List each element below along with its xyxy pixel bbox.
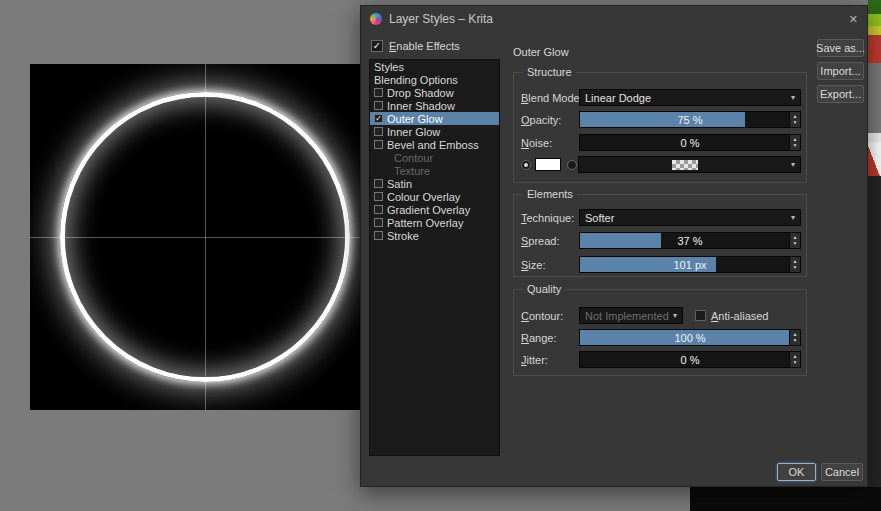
checked-checkbox-icon[interactable]: ✓ bbox=[374, 114, 383, 123]
blend-mode-combo[interactable]: Linear Dodge ▾ bbox=[579, 89, 801, 106]
styles-list-item-styles[interactable]: Styles bbox=[370, 60, 499, 73]
styles-list-item-bevel-and-emboss[interactable]: Bevel and Emboss bbox=[370, 138, 499, 151]
range-slider[interactable]: 100 % ▲ ▼ bbox=[579, 329, 801, 346]
chevron-down-icon: ▾ bbox=[791, 213, 795, 222]
spin-down-icon[interactable]: ▼ bbox=[793, 338, 798, 343]
range-row: Range: 100 % ▲ ▼ bbox=[521, 329, 801, 346]
gradient-fill-radio[interactable] bbox=[567, 160, 577, 170]
canvas-area[interactable] bbox=[30, 64, 361, 410]
styles-list-item-drop-shadow[interactable]: Drop Shadow bbox=[370, 86, 499, 99]
jitter-label: Jitter: bbox=[521, 354, 579, 366]
color-wheel-docker[interactable] bbox=[868, 35, 881, 63]
enable-effects-checkbox[interactable]: ✓ bbox=[371, 40, 383, 52]
ok-button[interactable]: OK bbox=[777, 463, 816, 481]
elements-group: Elements Technique: Softer ▾ Spread: 37 … bbox=[513, 189, 807, 277]
close-icon[interactable]: ✕ bbox=[849, 13, 858, 26]
spin-down-icon[interactable]: ▼ bbox=[793, 241, 798, 246]
spin-buttons[interactable]: ▲ ▼ bbox=[789, 135, 800, 150]
size-row: Size: 101 px ▲ ▼ bbox=[521, 256, 801, 273]
unchecked-checkbox-icon[interactable] bbox=[374, 179, 383, 188]
styles-list-item-gradient-overlay[interactable]: Gradient Overlay bbox=[370, 203, 499, 216]
import-button[interactable]: Import... bbox=[817, 62, 864, 80]
styles-list-item-label: Drop Shadow bbox=[387, 87, 454, 99]
cancel-button[interactable]: Cancel bbox=[821, 463, 863, 481]
styles-list-item-label: Bevel and Emboss bbox=[387, 139, 479, 151]
spin-buttons[interactable]: ▲ ▼ bbox=[789, 257, 800, 272]
anti-aliased-checkbox[interactable] bbox=[695, 310, 706, 321]
styles-list-item-texture: Texture bbox=[370, 164, 499, 177]
panel-title: Outer Glow bbox=[513, 46, 569, 58]
spin-buttons[interactable]: ▲ ▼ bbox=[789, 330, 800, 345]
unchecked-checkbox-icon[interactable] bbox=[374, 101, 383, 110]
contour-combo[interactable]: Not Implemented Yet ▾ bbox=[579, 307, 683, 324]
technique-combo[interactable]: Softer ▾ bbox=[579, 209, 801, 226]
styles-list-item-pattern-overlay[interactable]: Pattern Overlay bbox=[370, 216, 499, 229]
save-as-button[interactable]: Save as... bbox=[817, 39, 864, 57]
size-label: Size: bbox=[521, 259, 579, 271]
chevron-down-icon: ▾ bbox=[791, 93, 795, 102]
spin-buttons[interactable]: ▲ ▼ bbox=[789, 112, 800, 127]
contour-value: Not Implemented Yet bbox=[585, 310, 669, 322]
dialog-titlebar[interactable]: Layer Styles – Krita ✕ bbox=[361, 6, 867, 32]
blend-mode-label: Blend Mode: bbox=[521, 92, 579, 104]
styles-list-item-contour: Contour bbox=[370, 151, 499, 164]
styles-list-item-outer-glow[interactable]: ✓Outer Glow bbox=[370, 112, 499, 125]
spin-down-icon[interactable]: ▼ bbox=[793, 265, 798, 270]
jitter-value: 0 % bbox=[681, 354, 700, 366]
noise-value: 0 % bbox=[681, 137, 700, 149]
unchecked-checkbox-icon[interactable] bbox=[374, 140, 383, 149]
opacity-row: Opacity: 75 % ▲ ▼ bbox=[521, 111, 801, 128]
dialog-title: Layer Styles – Krita bbox=[389, 12, 849, 26]
export-button[interactable]: Export... bbox=[817, 85, 864, 103]
styles-list-item-blending-options[interactable]: Blending Options bbox=[370, 73, 499, 86]
styles-list-item-label: Inner Glow bbox=[387, 126, 440, 138]
styles-list-item-satin[interactable]: Satin bbox=[370, 177, 499, 190]
color-wheel-docker[interactable] bbox=[868, 14, 881, 26]
spin-down-icon[interactable]: ▼ bbox=[793, 120, 798, 125]
unchecked-checkbox-icon[interactable] bbox=[374, 127, 383, 136]
unchecked-checkbox-icon[interactable] bbox=[374, 231, 383, 240]
spin-buttons[interactable]: ▲ ▼ bbox=[789, 352, 800, 367]
styles-list-item-label: Outer Glow bbox=[387, 113, 443, 125]
gradient-preview-swatch bbox=[672, 160, 698, 170]
spread-slider[interactable]: 37 % ▲ ▼ bbox=[579, 232, 801, 249]
styles-list-item-colour-overlay[interactable]: Colour Overlay bbox=[370, 190, 499, 203]
krita-logo-icon bbox=[370, 13, 382, 25]
jitter-row: Jitter: 0 % ▲ ▼ bbox=[521, 351, 801, 368]
blend-mode-row: Blend Mode: Linear Dodge ▾ bbox=[521, 89, 801, 106]
spin-buttons[interactable]: ▲ ▼ bbox=[789, 233, 800, 248]
styles-list-item-label: Contour bbox=[394, 152, 433, 164]
spin-down-icon[interactable]: ▼ bbox=[793, 143, 798, 148]
unchecked-checkbox-icon[interactable] bbox=[374, 88, 383, 97]
styles-list-item-stroke[interactable]: Stroke bbox=[370, 229, 499, 242]
unchecked-checkbox-icon[interactable] bbox=[374, 205, 383, 214]
unchecked-checkbox-icon[interactable] bbox=[374, 192, 383, 201]
bottom-panel-edge bbox=[690, 487, 881, 511]
styles-list-item-label: Blending Options bbox=[374, 74, 458, 86]
styles-list-item-label: Gradient Overlay bbox=[387, 204, 470, 216]
jitter-slider[interactable]: 0 % ▲ ▼ bbox=[579, 351, 801, 368]
fill-color-swatch[interactable] bbox=[535, 158, 561, 171]
color-wheel-docker[interactable] bbox=[868, 26, 881, 35]
styles-list-item-label: Satin bbox=[387, 178, 412, 190]
technique-row: Technique: Softer ▾ bbox=[521, 209, 801, 226]
structure-group: Structure Blend Mode: Linear Dodge ▾ Opa… bbox=[513, 67, 807, 183]
contour-row: Contour: Not Implemented Yet ▾ Anti-alia… bbox=[521, 307, 801, 324]
gradient-combo[interactable]: ▾ bbox=[578, 156, 801, 173]
unchecked-checkbox-icon[interactable] bbox=[374, 218, 383, 227]
color-wheel-docker[interactable] bbox=[868, 0, 881, 14]
technique-value: Softer bbox=[585, 212, 787, 224]
styles-list[interactable]: StylesBlending OptionsDrop ShadowInner S… bbox=[369, 59, 500, 456]
spin-down-icon[interactable]: ▼ bbox=[793, 360, 798, 365]
krita-app-window: Layer Styles – Krita ✕ ✓ Enable Effects … bbox=[0, 0, 881, 511]
color-fill-radio[interactable] bbox=[521, 160, 531, 170]
styles-list-item-label: Colour Overlay bbox=[387, 191, 460, 203]
styles-list-item-inner-glow[interactable]: Inner Glow bbox=[370, 125, 499, 138]
enable-effects-row[interactable]: ✓ Enable Effects bbox=[371, 39, 460, 53]
noise-slider[interactable]: 0 % ▲ ▼ bbox=[579, 134, 801, 151]
pattern-preview-swatch[interactable] bbox=[868, 142, 881, 176]
anti-aliased-label: Anti-aliased bbox=[711, 310, 768, 322]
styles-list-item-inner-shadow[interactable]: Inner Shadow bbox=[370, 99, 499, 112]
opacity-slider[interactable]: 75 % ▲ ▼ bbox=[579, 111, 801, 128]
size-slider[interactable]: 101 px ▲ ▼ bbox=[579, 256, 801, 273]
